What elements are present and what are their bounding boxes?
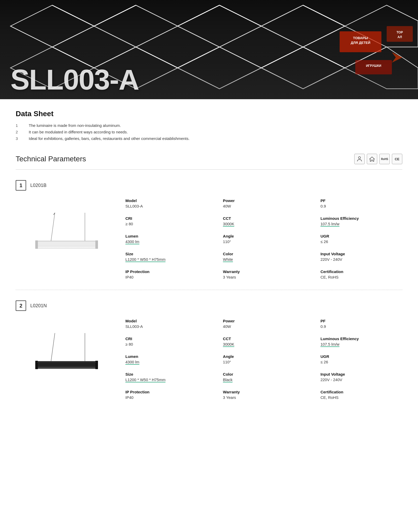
product-section-1: 1 L0201B: [16, 180, 402, 279]
feature-num-2: 2: [16, 130, 29, 134]
param-2-ugr: UGR ≤ 26: [321, 354, 402, 364]
param-2-lum-eff-value: 107.5 lm/w: [321, 342, 402, 346]
param-ip-value: IP40: [125, 275, 207, 279]
param-ugr-label: UGR: [321, 234, 402, 238]
param-ip: IP Protection IP40: [125, 269, 207, 279]
param-2-pf-value: 0.9: [321, 324, 402, 329]
param-2-cri-label: CRI: [125, 336, 207, 341]
param-2-angle-value: 110°: [223, 360, 305, 364]
features-list: 1 The luminaire is made from non-insulat…: [16, 123, 402, 141]
param-2-warranty-label: Warranty: [223, 390, 305, 394]
param-lumen: Lumen 4300 lm: [125, 234, 207, 244]
param-2-cct-value: 3000K: [223, 342, 305, 346]
param-2-angle: Angle 110°: [223, 354, 305, 364]
cert-icon-rohs: RoHS: [379, 154, 390, 164]
product-1-header: 1 L0201B: [16, 180, 402, 191]
param-pf-value: 0.9: [321, 204, 402, 208]
param-warranty-value: 3 Years: [223, 275, 305, 279]
param-2-ugr-value: ≤ 26: [321, 360, 402, 364]
param-2-size-label: Size: [125, 372, 207, 376]
feature-num-1: 1: [16, 123, 29, 128]
param-2-cert-label: Certification: [321, 390, 402, 394]
param-model-value: SLL003-A: [125, 204, 207, 208]
param-cct-label: CCT: [223, 216, 305, 221]
param-2-warranty: Warranty 3 Years: [223, 390, 305, 400]
param-2-color-label: Color: [223, 372, 305, 376]
param-ip-label: IP Protection: [125, 269, 207, 274]
tech-params-title: Technical Parameters: [16, 155, 86, 163]
section-divider: [16, 290, 402, 290]
data-sheet-section: Data Sheet 1 The luminaire is made from …: [16, 110, 402, 141]
param-2-cri-value: ≥ 80: [125, 342, 207, 346]
hero-title: SLL003-A: [10, 65, 139, 94]
cert-icon-ce: CE: [392, 154, 402, 164]
product-1-fixture-svg: [21, 213, 110, 265]
param-2-color-value: Black: [223, 377, 305, 382]
param-cri: CRI ≥ 80: [125, 216, 207, 226]
param-lumen-value: 4300 lm: [125, 239, 207, 244]
svg-rect-53: [35, 240, 38, 249]
feature-1: 1 The luminaire is made from non-insulat…: [16, 123, 402, 128]
param-2-model-value: SLL003-A: [125, 324, 207, 329]
svg-rect-52: [38, 247, 95, 248]
param-2-voltage-value: 220V - 240V: [321, 377, 402, 382]
param-power: Power 40W: [223, 198, 305, 208]
param-model-label: Model: [125, 198, 207, 203]
param-power-value: 40W: [223, 204, 305, 208]
param-lum-eff: Luminous Efficiency 107.5 lm/w: [321, 216, 402, 226]
param-pf-label: PF: [321, 198, 402, 203]
param-2-cct: CCT 3000K: [223, 336, 305, 346]
feature-3: 3 Ideal for exhibitions, galleries, bars…: [16, 136, 402, 141]
param-2-pf: PF 0.9: [321, 319, 402, 329]
param-warranty-label: Warranty: [223, 269, 305, 274]
tech-params-header: Technical Parameters RoHS CE: [16, 154, 402, 164]
param-size-value: L1200 * W50 * H75mm: [125, 257, 207, 262]
param-cri-value: ≥ 80: [125, 222, 207, 226]
feature-num-3: 3: [16, 136, 29, 141]
param-2-power-value: 40W: [223, 324, 305, 329]
param-cert-label: Certification: [321, 269, 402, 274]
feature-2: 2 It can be modulated in different ways …: [16, 130, 402, 134]
param-2-cct-label: CCT: [223, 336, 305, 341]
param-2-cert: Certification CE, RoHS: [321, 390, 402, 400]
main-content: Data Sheet 1 The luminaire is made from …: [0, 99, 418, 421]
svg-point-45: [358, 157, 361, 159]
param-cert: Certification CE, RoHS: [321, 269, 402, 279]
param-2-ip-value: IP40: [125, 395, 207, 400]
svg-line-46: [51, 213, 55, 241]
param-2-lum-eff: Luminous Efficiency 107.5 lm/w: [321, 336, 402, 346]
svg-rect-54: [95, 240, 98, 249]
param-2-voltage: Input Voltage 220V - 240V: [321, 372, 402, 382]
param-lum-eff-label: Luminous Efficiency: [321, 216, 402, 221]
product-2-params-grid: Model SLL003-A Power 40W PF 0.9 CRI ≥ 80: [125, 319, 402, 400]
param-2-color: Color Black: [223, 372, 305, 382]
param-ugr-value: ≤ 26: [321, 239, 402, 244]
param-model: Model SLL003-A: [125, 198, 207, 208]
param-2-angle-label: Angle: [223, 354, 305, 359]
param-color: Color White: [223, 252, 305, 262]
product-1-params-grid: Model SLL003-A Power 40W PF 0.9 CRI ≥ 80: [125, 198, 402, 279]
param-color-value: White: [223, 257, 305, 262]
param-lum-eff-value: 107.5 lm/w: [321, 222, 402, 226]
product-2-model-id: L0201N: [30, 303, 47, 309]
svg-rect-60: [38, 367, 95, 368]
param-size-label: Size: [125, 252, 207, 256]
svg-line-55: [51, 333, 55, 362]
param-lumen-label: Lumen: [125, 234, 207, 238]
feature-text-1: The luminaire is made from non-insulatin…: [29, 123, 121, 128]
product-2-header: 2 L0201N: [16, 300, 402, 311]
product-section-2: 2 L0201N: [16, 300, 402, 400]
param-angle-label: Angle: [223, 234, 305, 238]
param-color-label: Color: [223, 252, 305, 256]
param-cct-value: 3000K: [223, 222, 305, 226]
param-2-ip: IP Protection IP40: [125, 390, 207, 400]
data-sheet-title: Data Sheet: [16, 110, 402, 118]
cert-icon-home: [367, 154, 377, 164]
param-size: Size L1200 * W50 * H75mm: [125, 252, 207, 262]
product-2-num: 2: [19, 303, 22, 309]
param-2-model-label: Model: [125, 319, 207, 323]
param-2-voltage-label: Input Voltage: [321, 372, 402, 376]
product-2-content: Model SLL003-A Power 40W PF 0.9 CRI ≥ 80: [16, 319, 402, 400]
param-warranty: Warranty 3 Years: [223, 269, 305, 279]
product-1-image: [16, 198, 115, 279]
